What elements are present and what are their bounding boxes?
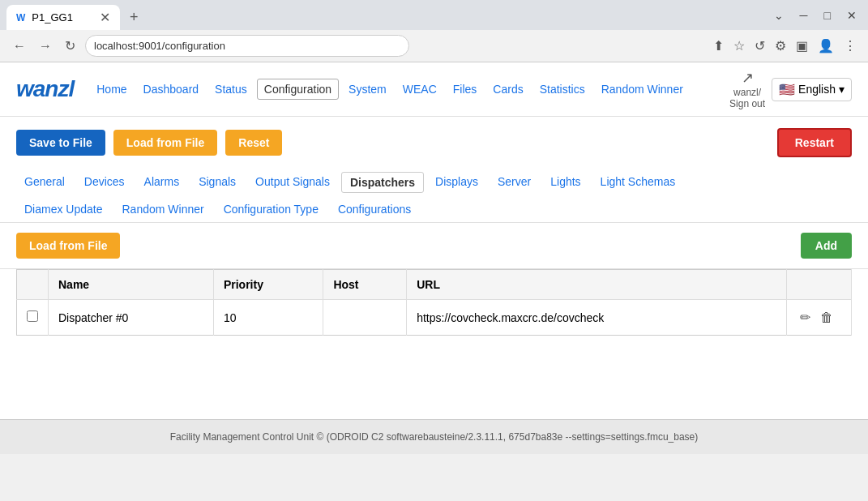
lang-dropdown-icon: ▾ <box>839 83 844 96</box>
tab-configuration-type[interactable]: Configuration Type <box>216 199 327 219</box>
header-right: ↗ wanzl/ Sign out 🇺🇸 English ▾ <box>729 69 852 109</box>
tab-row-2: Diamex Update Random Winner Configuratio… <box>16 196 852 222</box>
tab-displays[interactable]: Displays <box>427 172 486 193</box>
nav-dashboard[interactable]: Dashboard <box>137 79 206 99</box>
row-actions-cell: ✏ 🗑 <box>787 300 852 336</box>
row-priority-cell: 10 <box>213 300 323 336</box>
account-icon[interactable]: 👤 <box>816 36 836 55</box>
tab-signals[interactable]: Signals <box>190 172 244 193</box>
browser-tab[interactable]: W P1_GG1 ✕ <box>6 5 120 30</box>
extension-icon[interactable]: ⚙ <box>773 36 788 55</box>
row-checkbox-cell <box>17 300 49 336</box>
bookmark-icon[interactable]: ☆ <box>732 36 746 55</box>
url-text: localhost:9001/configuration <box>94 40 225 52</box>
tab-general[interactable]: General <box>16 172 73 193</box>
tab-navigation: General Devices Alarms Signals Output Si… <box>0 169 868 223</box>
tab-diamex-update[interactable]: Diamex Update <box>16 199 111 219</box>
restart-button[interactable]: Restart <box>777 128 852 157</box>
nav-system[interactable]: System <box>342 79 393 99</box>
col-host: Host <box>323 270 407 300</box>
col-url: URL <box>407 270 787 300</box>
new-tab-button[interactable]: + <box>123 6 145 29</box>
signout-icon: ↗ <box>742 69 754 87</box>
forward-button[interactable]: → <box>36 37 55 55</box>
app-container: wanzl Home Dashboard Status Configuratio… <box>0 62 868 419</box>
tab-row-1: General Devices Alarms Signals Output Si… <box>16 169 852 196</box>
main-nav: Home Dashboard Status Configuration Syst… <box>90 79 690 100</box>
tab-title: P1_GG1 <box>32 11 73 24</box>
row-url-cell: https://covcheck.maxcrc.de/covcheck <box>407 300 787 336</box>
tab-dispatchers[interactable]: Dispatchers <box>341 172 424 193</box>
dispatchers-table-container: Name Priority Host URL Dispatcher #0 10 … <box>0 269 868 352</box>
tab-configurations[interactable]: Configurations <box>330 199 419 219</box>
dispatchers-table: Name Priority Host URL Dispatcher #0 10 … <box>16 269 852 336</box>
refresh-button[interactable]: ↻ <box>62 36 79 55</box>
add-button[interactable]: Add <box>801 233 852 259</box>
row-checkbox[interactable] <box>27 310 38 322</box>
save-to-file-button[interactable]: Save to File <box>16 130 105 156</box>
browser-reload-icon[interactable]: ↺ <box>753 36 767 55</box>
col-priority: Priority <box>213 270 323 300</box>
app-footer: Facility Management Control Unit © (ODRO… <box>0 419 868 454</box>
nav-statistics[interactable]: Statistics <box>533 79 592 99</box>
language-selector[interactable]: 🇺🇸 English ▾ <box>772 78 852 101</box>
tab-light-schemas[interactable]: Light Schemas <box>592 172 684 193</box>
delete-button[interactable]: 🗑 <box>817 309 836 327</box>
col-actions <box>787 270 852 300</box>
nav-status[interactable]: Status <box>208 79 254 99</box>
row-name-cell: Dispatcher #0 <box>49 300 214 336</box>
secondary-load-from-file-button[interactable]: Load from File <box>16 233 120 259</box>
tab-alarms[interactable]: Alarms <box>136 172 188 193</box>
nav-random-winner[interactable]: Random Winner <box>595 79 690 99</box>
edit-button[interactable]: ✏ <box>797 308 814 327</box>
main-toolbar: Save to File Load from File Reset Restar… <box>0 117 868 169</box>
tab-random-winner[interactable]: Random Winner <box>114 199 212 219</box>
window-controls: ⌄ ─ □ ✕ <box>769 7 862 28</box>
browser-chrome: W P1_GG1 ✕ + ⌄ ─ □ ✕ ← → ↻ localhost:900… <box>0 0 868 62</box>
table-row: Dispatcher #0 10 https://covcheck.maxcrc… <box>17 300 852 336</box>
signout-label: Sign out <box>729 98 765 109</box>
col-name: Name <box>49 270 214 300</box>
tab-close-icon[interactable]: ✕ <box>100 10 110 25</box>
address-bar: ← → ↻ localhost:9001/configuration ⬆ ☆ ↺… <box>0 30 868 62</box>
signout-area[interactable]: ↗ wanzl/ Sign out <box>729 69 765 109</box>
footer-text: Facility Management Control Unit © (ODRO… <box>170 431 699 443</box>
close-window-icon[interactable]: ✕ <box>842 7 862 24</box>
nav-weac[interactable]: WEAC <box>396 79 443 99</box>
browser-toolbar-icons: ⬆ ☆ ↺ ⚙ ▣ 👤 ⋮ <box>712 36 858 55</box>
nav-files[interactable]: Files <box>447 79 484 99</box>
row-host-cell <box>323 300 407 336</box>
chevron-icon[interactable]: ⌄ <box>769 7 789 24</box>
restore-icon[interactable]: □ <box>819 7 836 24</box>
tab-output-signals[interactable]: Output Signals <box>247 172 338 193</box>
app-header: wanzl Home Dashboard Status Configuratio… <box>0 62 868 117</box>
tab-favicon: W <box>16 12 25 24</box>
tab-server[interactable]: Server <box>490 172 539 193</box>
wanzl-label: wanzl/ <box>733 87 761 98</box>
tab-devices[interactable]: Devices <box>76 172 133 193</box>
flag-icon: 🇺🇸 <box>779 82 795 97</box>
reset-button[interactable]: Reset <box>225 130 282 156</box>
load-from-file-button[interactable]: Load from File <box>113 130 217 156</box>
nav-configuration[interactable]: Configuration <box>257 79 339 100</box>
nav-cards[interactable]: Cards <box>486 79 529 99</box>
secondary-toolbar: Load from File Add <box>0 223 868 269</box>
col-checkbox <box>17 270 49 300</box>
table-header-row: Name Priority Host URL <box>17 270 852 300</box>
title-bar: W P1_GG1 ✕ + ⌄ ─ □ ✕ <box>0 0 868 30</box>
url-bar[interactable]: localhost:9001/configuration <box>85 35 409 57</box>
minimize-icon[interactable]: ─ <box>795 7 813 24</box>
nav-home[interactable]: Home <box>90 79 133 99</box>
more-options-icon[interactable]: ⋮ <box>842 36 858 55</box>
app-logo: wanzl <box>16 76 74 102</box>
share-icon[interactable]: ⬆ <box>712 36 725 55</box>
language-label: English <box>798 83 836 96</box>
tab-lights[interactable]: Lights <box>542 172 588 193</box>
back-button[interactable]: ← <box>10 37 29 55</box>
window-mode-icon[interactable]: ▣ <box>794 36 810 55</box>
